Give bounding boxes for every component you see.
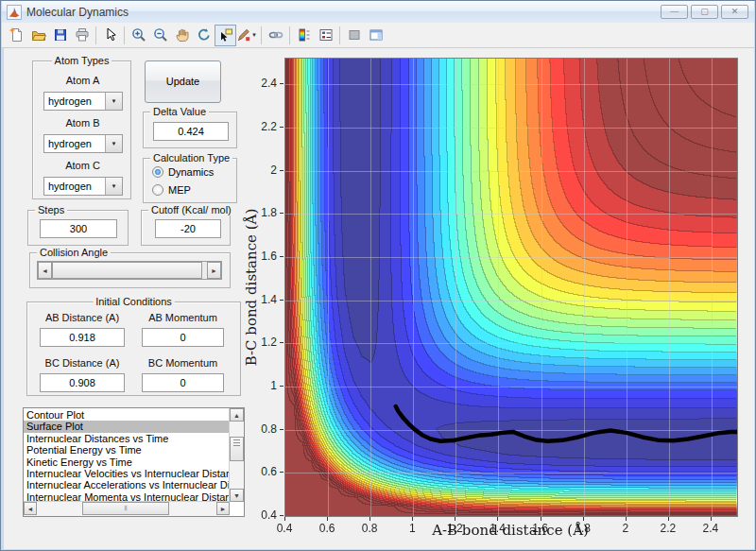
y-tick-mark xyxy=(280,127,284,128)
insert-colorbar-button[interactable] xyxy=(293,25,315,46)
y-tick-mark xyxy=(280,213,284,214)
ab-distance-field[interactable] xyxy=(40,328,125,347)
minimize-button[interactable]: — xyxy=(661,5,688,19)
chevron-down-icon[interactable]: ▼ xyxy=(105,135,122,152)
ab-momentum-field[interactable] xyxy=(142,328,224,347)
pan-hand-icon xyxy=(175,27,190,43)
slider-left-arrow[interactable]: ◄ xyxy=(38,262,52,279)
scroll-left-arrow[interactable]: ◄ xyxy=(24,502,37,515)
atom-a-value: hydrogen xyxy=(44,93,105,110)
cutoff-panel: Cutoff (Kcal/ mol) xyxy=(141,210,231,246)
x-tick-mark xyxy=(541,517,541,521)
matlab-app-icon xyxy=(7,5,22,20)
data-cursor-button[interactable] xyxy=(215,25,236,46)
x-tick-mark xyxy=(455,517,455,521)
edit-plot-button[interactable] xyxy=(99,25,121,46)
bc-distance-field[interactable] xyxy=(40,373,125,392)
chevron-down-icon[interactable]: ▼ xyxy=(105,178,122,195)
brush-dropdown-arrow[interactable]: ▼ xyxy=(251,32,257,38)
steps-title: Steps xyxy=(35,204,67,215)
x-tick-mark xyxy=(668,517,669,521)
list-item[interactable]: Contour Plot xyxy=(24,409,229,421)
zoom-in-icon xyxy=(131,27,146,43)
vertical-scrollbar[interactable]: ▲ ▼ xyxy=(229,408,244,502)
open-file-button[interactable] xyxy=(27,25,49,46)
atom-c-label: Atom C xyxy=(33,160,132,171)
bc-momentum-field[interactable] xyxy=(142,373,224,392)
bc-momentum-label: BC Momentum xyxy=(142,357,224,369)
atom-c-value: hydrogen xyxy=(44,178,105,195)
hide-plot-tools-button[interactable] xyxy=(343,25,365,46)
vscroll-thumb[interactable] xyxy=(230,437,244,461)
radio-dynamics[interactable]: Dynamics xyxy=(152,165,214,179)
brush-button[interactable]: ▼ xyxy=(236,25,258,46)
colorbar-icon xyxy=(297,27,312,43)
pes-contour-canvas[interactable] xyxy=(284,58,738,517)
new-figure-button[interactable] xyxy=(6,25,27,46)
toolbar-separator xyxy=(95,26,96,44)
cutoff-field[interactable] xyxy=(155,219,221,238)
x-tick-label: 2.2 xyxy=(654,522,682,535)
y-tick-mark xyxy=(280,256,284,257)
horizontal-scrollbar[interactable]: ◄ ⦀ ► xyxy=(24,501,230,516)
steps-panel: Steps xyxy=(27,210,129,246)
list-item[interactable]: Potential Energy vs Time xyxy=(24,444,229,456)
zoom-in-button[interactable] xyxy=(128,25,149,46)
show-plot-tools-button[interactable] xyxy=(365,25,387,46)
initial-conditions-title: Initial Conditions xyxy=(93,296,175,307)
slider-right-arrow[interactable]: ► xyxy=(207,262,221,279)
link-plot-button[interactable] xyxy=(265,25,286,46)
maximize-button[interactable]: ▢ xyxy=(691,5,718,19)
calculation-type-title: Calculation Type xyxy=(150,152,232,164)
scroll-down-arrow[interactable]: ▼ xyxy=(230,489,244,502)
x-tick-mark xyxy=(497,517,498,521)
update-button[interactable]: Update xyxy=(145,60,221,103)
window-title: Molecular Dynamics xyxy=(26,6,129,19)
rotate-3d-button[interactable] xyxy=(193,25,215,46)
atom-types-title: Atom Types xyxy=(52,55,112,66)
y-tick-mark xyxy=(280,429,284,430)
atom-c-dropdown[interactable]: hydrogen ▼ xyxy=(43,177,123,196)
insert-legend-button[interactable] xyxy=(315,25,336,46)
list-item[interactable]: Internuclear Accelerations vs Internucle… xyxy=(24,479,229,491)
x-tick-mark xyxy=(327,517,328,521)
x-tick-label: 0.4 xyxy=(270,522,299,535)
radio-circle-icon[interactable] xyxy=(152,166,163,178)
link-plot-icon xyxy=(268,27,284,43)
atom-b-dropdown[interactable]: hydrogen ▼ xyxy=(43,134,123,153)
print-figure-button[interactable] xyxy=(71,25,93,46)
pan-button[interactable] xyxy=(171,25,193,46)
slider-thumb[interactable] xyxy=(52,262,202,279)
list-item[interactable]: Internuclear Distances vs Time xyxy=(24,433,229,444)
radio-mep[interactable]: MEP xyxy=(152,183,191,197)
radio-circle-icon[interactable] xyxy=(152,184,163,196)
atom-a-label: Atom A xyxy=(33,75,132,86)
list-item[interactable]: Kinetic Energy vs Time xyxy=(24,456,229,468)
list-item[interactable]: Internuclear Velocities vs Internuclear … xyxy=(24,468,229,479)
y-tick-mark xyxy=(280,170,284,171)
x-tick-mark xyxy=(369,517,370,521)
open-file-icon xyxy=(31,27,46,43)
hscroll-thumb[interactable]: ⦀ xyxy=(82,502,169,515)
plot-type-listbox[interactable]: Contour PlotSurface PlotInternuclear Dis… xyxy=(23,407,245,517)
x-tick-mark xyxy=(284,517,285,521)
zoom-out-button[interactable] xyxy=(149,25,171,46)
save-figure-button[interactable] xyxy=(49,25,71,46)
titlebar[interactable]: Molecular Dynamics — ▢ ✕ xyxy=(2,1,754,23)
new-figure-icon xyxy=(9,27,25,43)
y-tick-label: 0.6 xyxy=(245,465,277,478)
y-tick-label: 2.4 xyxy=(245,77,277,90)
chevron-down-icon[interactable]: ▼ xyxy=(105,93,122,110)
y-tick-mark xyxy=(280,342,284,343)
toolbar-separator xyxy=(289,26,290,44)
bc-distance-label: BC Distance (A) xyxy=(40,357,125,369)
list-item[interactable]: Surface Plot xyxy=(24,421,229,432)
scroll-up-arrow[interactable]: ▲ xyxy=(230,408,244,422)
steps-field[interactable] xyxy=(40,219,117,238)
delta-value-panel: Delta Value xyxy=(143,112,237,148)
scroll-right-arrow[interactable]: ► xyxy=(216,502,230,515)
collision-angle-slider[interactable]: ◄ ► xyxy=(37,261,222,280)
delta-value-field[interactable] xyxy=(153,122,229,141)
close-button[interactable]: ✕ xyxy=(721,5,748,19)
atom-a-dropdown[interactable]: hydrogen ▼ xyxy=(43,92,123,111)
